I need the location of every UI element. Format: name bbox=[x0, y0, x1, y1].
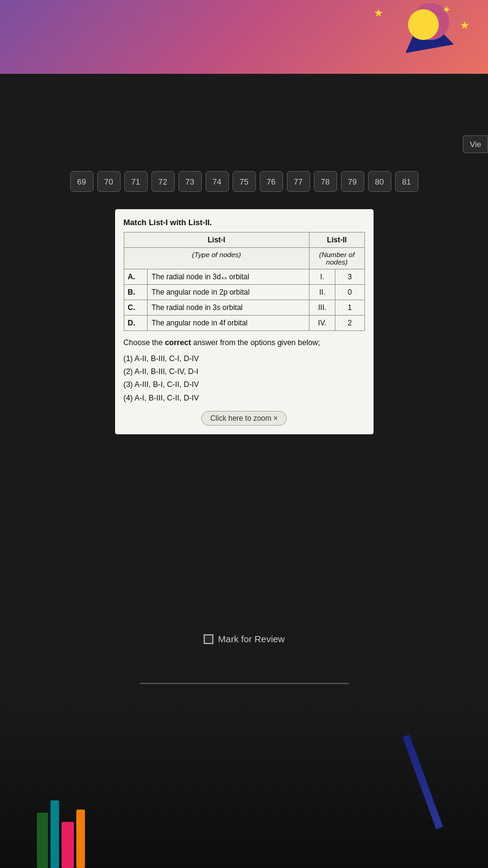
nav-btn-72[interactable]: 72 bbox=[151, 171, 175, 192]
question-instruction: Match List-I with List-II. bbox=[124, 218, 365, 227]
nav-btn-78[interactable]: 78 bbox=[314, 171, 337, 192]
choose-text: Choose the correct answer from the optio… bbox=[124, 337, 365, 349]
option-4[interactable]: (4) A-I, B-III, C-II, D-IV bbox=[124, 392, 365, 405]
match-roman-2: III. bbox=[310, 300, 335, 316]
nav-btn-75[interactable]: 75 bbox=[233, 171, 256, 192]
desk-area bbox=[0, 696, 488, 868]
mark-for-review-checkbox[interactable] bbox=[203, 634, 213, 644]
star-icon-1: ★ bbox=[374, 6, 383, 20]
match-key-0: A. bbox=[124, 269, 148, 285]
match-list1-3: The angular node in 4f orbital bbox=[148, 316, 310, 331]
question-nav-bar: 69707172737475767778798081 bbox=[0, 166, 488, 197]
book-2 bbox=[50, 800, 59, 868]
question-card: Match List-I with List-II. List-I List-I… bbox=[115, 209, 374, 434]
match-num-0: 3 bbox=[335, 269, 364, 285]
match-row-1: B. The angular node in 2p orbital II. 0 bbox=[124, 285, 364, 300]
match-row-3: D. The angular node in 4f orbital IV. 2 bbox=[124, 316, 364, 331]
view-button[interactable]: Vie bbox=[463, 135, 488, 153]
nav-btn-69[interactable]: 69 bbox=[70, 171, 94, 192]
match-list1-0: The radial node in 3dₓₓ orbital bbox=[148, 269, 310, 285]
nav-btn-73[interactable]: 73 bbox=[178, 171, 202, 192]
book-3 bbox=[62, 822, 74, 868]
nav-btn-70[interactable]: 70 bbox=[97, 171, 121, 192]
top-banner: ★ ★ ✦ bbox=[0, 0, 488, 74]
nav-btn-77[interactable]: 77 bbox=[287, 171, 310, 192]
pen-decoration bbox=[402, 735, 443, 829]
star-icon-3: ✦ bbox=[442, 3, 451, 17]
list2-subheader: (Number of nodes) bbox=[310, 248, 364, 269]
match-row-0: A. The radial node in 3dₓₓ orbital I. 3 bbox=[124, 269, 364, 285]
book-4 bbox=[76, 810, 85, 868]
nav-btn-79[interactable]: 79 bbox=[341, 171, 364, 192]
match-num-1: 0 bbox=[335, 285, 364, 300]
match-roman-3: IV. bbox=[310, 316, 335, 331]
books-decoration bbox=[37, 800, 85, 868]
nav-btn-74[interactable]: 74 bbox=[206, 171, 229, 192]
mark-for-review-row: Mark for Review bbox=[203, 634, 284, 644]
match-table: List-I List-II (Type of nodes) (Number o… bbox=[124, 232, 365, 331]
options-list: (1) A-II, B-III, C-I, D-IV(2) A-II, B-II… bbox=[124, 352, 365, 405]
zoom-button[interactable]: Click here to zoom × bbox=[201, 411, 287, 426]
match-row-2: C. The radial node in 3s orbital III. 1 bbox=[124, 300, 364, 316]
separator-line bbox=[140, 683, 349, 684]
moon-decoration bbox=[408, 9, 439, 40]
list2-header: List-II bbox=[310, 233, 364, 248]
match-key-1: B. bbox=[124, 285, 148, 300]
match-roman-0: I. bbox=[310, 269, 335, 285]
match-num-3: 2 bbox=[335, 316, 364, 331]
match-roman-1: II. bbox=[310, 285, 335, 300]
mark-for-review-label: Mark for Review bbox=[218, 634, 284, 644]
match-key-2: C. bbox=[124, 300, 148, 316]
list1-subheader: (Type of nodes) bbox=[124, 248, 310, 269]
match-list1-1: The angular node in 2p orbital bbox=[148, 285, 310, 300]
match-num-2: 1 bbox=[335, 300, 364, 316]
match-key-3: D. bbox=[124, 316, 148, 331]
book-1 bbox=[37, 813, 48, 868]
nav-btn-81[interactable]: 81 bbox=[395, 171, 418, 192]
nav-btn-80[interactable]: 80 bbox=[368, 171, 391, 192]
list1-header: List-I bbox=[124, 233, 310, 248]
option-3[interactable]: (3) A-III, B-I, C-II, D-IV bbox=[124, 378, 365, 391]
nav-btn-76[interactable]: 76 bbox=[260, 171, 283, 192]
option-1[interactable]: (1) A-II, B-III, C-I, D-IV bbox=[124, 352, 365, 365]
match-list1-2: The radial node in 3s orbital bbox=[148, 300, 310, 316]
option-2[interactable]: (2) A-II, B-III, C-IV, D-I bbox=[124, 365, 365, 378]
nav-btn-71[interactable]: 71 bbox=[124, 171, 148, 192]
star-icon-2: ★ bbox=[460, 18, 470, 32]
